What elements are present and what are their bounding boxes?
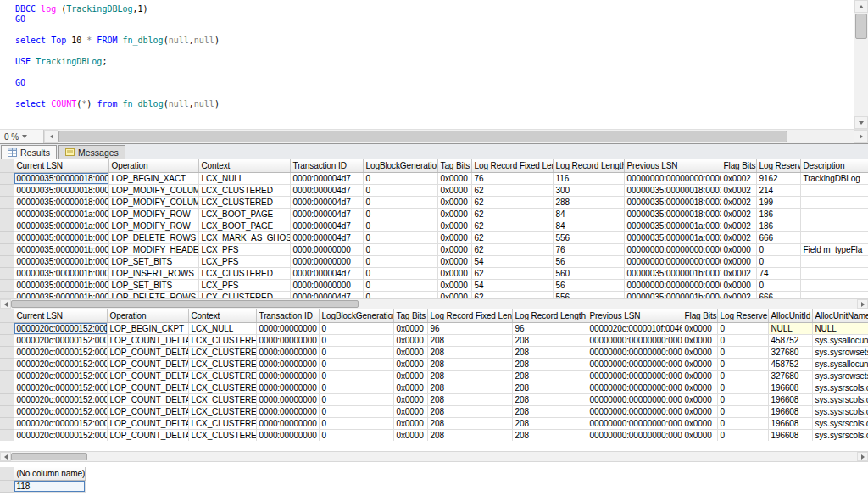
cell[interactable]: 0x0000 (682, 346, 717, 358)
cell[interactable]: 0x0000 (682, 417, 717, 429)
cell[interactable]: LCX_NULL (198, 172, 290, 184)
scroll-up-icon[interactable] (854, 0, 868, 13)
cell[interactable]: 00000035:0000001b:0004 (14, 267, 108, 279)
cell[interactable]: 0 (363, 279, 437, 291)
cell[interactable]: 0x0000 (393, 429, 427, 441)
cell[interactable] (800, 255, 868, 267)
cell[interactable]: 0 (319, 405, 393, 417)
cell[interactable]: LCX_PFS (198, 279, 290, 291)
cell[interactable]: 0 (363, 243, 437, 255)
cell[interactable]: 00000035:0000001b:0006 (14, 291, 108, 298)
cell[interactable]: 00000000:00000000:0000 (587, 334, 682, 346)
cell[interactable]: 00000035:0000001a:0001 (624, 220, 721, 231)
cell[interactable]: 0000:000004d7 (290, 220, 363, 231)
cell[interactable]: 0 (363, 196, 437, 208)
cell[interactable]: 0x0002 (721, 291, 756, 298)
cell[interactable]: 0x0000 (437, 184, 471, 196)
row-header-gutter[interactable] (0, 159, 14, 172)
scroll-right-icon[interactable] (857, 299, 868, 309)
cell[interactable]: 0000020c:00000152:0009 (14, 417, 107, 429)
cell[interactable]: 208 (427, 334, 512, 346)
cell[interactable]: 0000020c:00000152:0003 (14, 346, 107, 358)
cell[interactable]: 84 (553, 220, 624, 231)
cell[interactable]: 00000035:0000001b:0001 (624, 267, 721, 279)
cell[interactable]: LCX_NULL (188, 322, 256, 334)
cell[interactable]: LOP_COUNT_DELTA (107, 346, 188, 358)
cell[interactable]: LOP_INSERT_ROWS (108, 267, 198, 279)
dbcc-log-results-grid[interactable]: Current LSNOperationContextTransaction I… (0, 159, 868, 298)
cell[interactable]: 116 (553, 172, 624, 184)
cell[interactable]: LCX_BOOT_PAGE (198, 208, 290, 220)
row-header[interactable] (0, 370, 14, 382)
cell[interactable]: LOP_COUNT_DELTA (107, 429, 188, 441)
cell[interactable]: 00000035:0000001b:0003 (14, 255, 108, 267)
cell[interactable]: 00000035:00000018:0003 (624, 208, 721, 220)
row-header[interactable] (0, 184, 14, 196)
cell[interactable]: 84 (553, 208, 624, 220)
cell[interactable]: 327680 (768, 370, 812, 382)
row-header[interactable] (0, 279, 14, 291)
column-header-previous-lsn[interactable]: Previous LSN (587, 309, 682, 322)
cell[interactable]: 00000035:0000001a:0002 (14, 220, 108, 231)
cell[interactable]: 0 (717, 334, 768, 346)
cell[interactable]: LCX_CLUSTERED (188, 417, 256, 429)
count-results-grid[interactable]: (No column name)118 (0, 467, 86, 493)
cell[interactable]: 00000035:0000001b:0001 (14, 231, 108, 243)
cell[interactable]: sys.sysrowsets. (812, 370, 868, 382)
cell[interactable]: 0x0000 (682, 405, 717, 417)
cell[interactable]: 666 (756, 231, 800, 243)
cell[interactable]: LOP_COUNT_DELTA (107, 358, 188, 370)
cell[interactable]: LCX_CLUSTERED (198, 196, 290, 208)
cell[interactable]: 0000020c:00000152:0002 (14, 334, 107, 346)
cell[interactable]: 0 (717, 405, 768, 417)
cell[interactable]: 0x0000 (437, 231, 471, 243)
cell[interactable]: 0 (363, 291, 437, 298)
cell[interactable]: 62 (471, 231, 553, 243)
cell[interactable]: 0000:00000000 (290, 255, 363, 267)
cell[interactable]: 208 (512, 405, 587, 417)
scroll-right-icon[interactable] (857, 452, 868, 461)
cell[interactable]: 0x0000 (393, 358, 427, 370)
cell[interactable]: 0x0000 (682, 370, 717, 382)
cell[interactable]: LOP_COUNT_DELTA (107, 405, 188, 417)
cell[interactable]: sys.sysrscols.cl (812, 382, 868, 393)
cell[interactable]: 666 (756, 291, 800, 298)
cell[interactable]: sys.sysrowsets. (812, 346, 868, 358)
cell[interactable]: 0x0000 (437, 291, 471, 298)
cell[interactable]: 0000:000004d7 (290, 184, 363, 196)
cell[interactable]: 208 (427, 429, 512, 441)
scrollbar-track[interactable] (11, 452, 857, 461)
cell[interactable]: 0 (756, 255, 800, 267)
column-header-previous-lsn[interactable]: Previous LSN (624, 159, 721, 172)
cell[interactable]: 00000035:00000018:0001 (624, 184, 721, 196)
cell[interactable]: sys.sysrscols.cl (812, 417, 868, 429)
cell[interactable]: 0x0000 (682, 393, 717, 405)
scrollbar-thumb[interactable] (11, 300, 359, 308)
cell[interactable]: LOP_BEGIN_XACT (108, 172, 198, 184)
cell[interactable]: LCX_CLUSTERED (188, 393, 256, 405)
row-header[interactable] (0, 334, 14, 346)
cell[interactable]: 56 (553, 255, 624, 267)
row-header[interactable] (0, 231, 14, 243)
editor-horizontal-scrollbar[interactable] (44, 130, 868, 143)
cell[interactable]: 00000000:00000000:0000 (624, 172, 721, 184)
cell[interactable]: 0x0002 (721, 267, 756, 279)
cell[interactable]: 0000020c:00000152:0001 (14, 322, 107, 334)
column-header-tag-bits[interactable]: Tag Bits (393, 309, 427, 322)
cell[interactable]: 0x0000 (393, 346, 427, 358)
cell[interactable]: 62 (471, 220, 553, 231)
cell[interactable]: 0x0000 (393, 382, 427, 393)
cell[interactable]: 0000:000004d7 (290, 291, 363, 298)
cell[interactable]: LCX_MARK_AS_GHOST (198, 231, 290, 243)
cell[interactable]: 00000035:0000001a:0002 (624, 231, 721, 243)
cell[interactable]: 0 (319, 417, 393, 429)
scrollbar-thumb[interactable] (855, 14, 867, 39)
cell[interactable]: LOP_COUNT_DELTA (107, 393, 188, 405)
row-header[interactable] (0, 267, 14, 279)
cell[interactable]: 199 (756, 196, 800, 208)
cell[interactable]: LCX_CLUSTERED (198, 184, 290, 196)
cell[interactable]: LOP_MODIFY_HEADER (108, 243, 198, 255)
cell[interactable]: 208 (427, 417, 512, 429)
cell[interactable]: sys.sysallocunit (812, 334, 868, 346)
scrollbar-thumb[interactable] (58, 131, 787, 142)
